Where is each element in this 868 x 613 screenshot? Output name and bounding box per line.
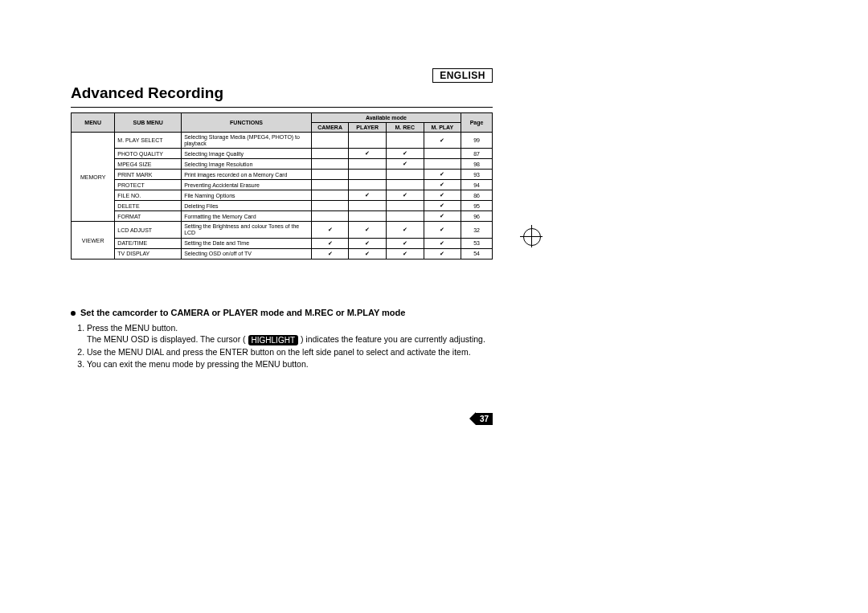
mode-mplay (424, 149, 461, 159)
sub-cell: LCD ADJUST (115, 222, 182, 238)
page-cell: 53 (461, 238, 493, 248)
menu-table: MENU SUB MENU FUNCTIONS Available mode P… (71, 112, 493, 260)
mode-camera: ✔ (311, 238, 349, 248)
th-sub-menu: SUB MENU (115, 113, 182, 133)
mode-camera (311, 133, 349, 149)
table-header-row-1: MENU SUB MENU FUNCTIONS Available mode P… (72, 113, 493, 123)
func-cell: File Naming Options (182, 190, 312, 201)
mode-mplay: ✔ (424, 222, 461, 238)
th-available-mode: Available mode (311, 113, 461, 123)
highlight-pill: HIGHLIGHT (248, 335, 298, 345)
bullet-icon (71, 311, 76, 316)
mode-player (349, 211, 387, 222)
mode-player (349, 170, 387, 180)
th-menu: MENU (72, 113, 115, 133)
func-cell: Selecting Image Resolution (182, 159, 312, 170)
mode-mplay: ✔ (424, 238, 461, 248)
mode-camera: ✔ (311, 222, 349, 238)
mode-player: ✔ (349, 238, 387, 248)
page-number-badge: 37 (469, 412, 493, 425)
page-number-triangle-icon (469, 412, 476, 425)
mode-mrec (386, 180, 424, 190)
table-row: TV DISPLAY Selecting OSD on/off of TV ✔ … (72, 248, 493, 259)
step-1-text: Press the MENU button. (87, 323, 178, 333)
sub-cell: M. PLAY SELECT (115, 133, 182, 149)
mode-mrec (386, 133, 424, 149)
page-cell: 94 (461, 180, 493, 190)
mode-mplay: ✔ (424, 133, 461, 149)
mode-camera (311, 170, 349, 180)
mode-mplay: ✔ (424, 180, 461, 190)
func-cell: Setting the Date and Time (182, 238, 312, 248)
mode-mplay: ✔ (424, 190, 461, 201)
sub-cell: TV DISPLAY (115, 248, 182, 259)
step-2: Use the MENU DIAL and press the ENTER bu… (87, 346, 493, 358)
mode-mrec (386, 170, 424, 180)
table-row: DELETE Deleting Files ✔ 95 (72, 201, 493, 211)
sub-cell: DELETE (115, 201, 182, 211)
register-mark-right (520, 225, 542, 247)
table-row: VIEWER LCD ADJUST Setting the Brightness… (72, 222, 493, 238)
language-label: ENGLISH (432, 68, 493, 83)
mode-camera: ✔ (311, 248, 349, 259)
step-1b-b: ) indicates the feature you are currentl… (298, 334, 485, 344)
sub-cell: PHOTO QUALITY (115, 149, 182, 159)
th-page: Page (461, 113, 493, 133)
mode-mrec: ✔ (386, 149, 424, 159)
mode-mplay: ✔ (424, 211, 461, 222)
th-mrec: M. REC (386, 123, 424, 133)
table-row: PHOTO QUALITY Selecting Image Quality ✔ … (72, 149, 493, 159)
mode-camera (311, 201, 349, 211)
page-cell: 93 (461, 170, 493, 180)
mode-mrec: ✔ (386, 190, 424, 201)
section-title: Advanced Recording (71, 84, 493, 102)
title-rule (71, 107, 493, 108)
page-cell: 32 (461, 222, 493, 238)
table-row: PROTECT Preventing Accidental Erasure ✔ … (72, 180, 493, 190)
mode-player (349, 180, 387, 190)
func-cell: Preventing Accidental Erasure (182, 180, 312, 190)
step-1: Press the MENU button. The MENU OSD is d… (87, 322, 493, 345)
func-cell: Formatting the Memory Card (182, 211, 312, 222)
page-cell: 87 (461, 149, 493, 159)
sub-cell: PRINT MARK (115, 170, 182, 180)
instruction-heading-row: Set the camcorder to CAMERA or PLAYER mo… (71, 308, 493, 317)
sub-cell: MPEG4 SIZE (115, 159, 182, 170)
sub-cell: DATE/TIME (115, 238, 182, 248)
table-row: FILE NO. File Naming Options ✔ ✔ ✔ 86 (72, 190, 493, 201)
mode-camera (311, 159, 349, 170)
mode-mplay: ✔ (424, 201, 461, 211)
page-cell: 98 (461, 159, 493, 170)
table-row: DATE/TIME Setting the Date and Time ✔ ✔ … (72, 238, 493, 248)
instruction-heading: Set the camcorder to CAMERA or PLAYER mo… (80, 308, 405, 317)
step-3: You can exit the menu mode by pressing t… (87, 358, 493, 370)
sub-cell: FILE NO. (115, 190, 182, 201)
mode-mrec: ✔ (386, 248, 424, 259)
mode-player: ✔ (349, 190, 387, 201)
page-cell: 95 (461, 201, 493, 211)
mode-player: ✔ (349, 248, 387, 259)
mode-camera (311, 211, 349, 222)
table-row: PRINT MARK Print images recorded on a Me… (72, 170, 493, 180)
func-cell: Selecting OSD on/off of TV (182, 248, 312, 259)
table-row: MPEG4 SIZE Selecting Image Resolution ✔ … (72, 159, 493, 170)
mode-player (349, 133, 387, 149)
mode-mrec (386, 201, 424, 211)
mode-mplay: ✔ (424, 170, 461, 180)
sub-cell: FORMAT (115, 211, 182, 222)
mode-camera (311, 190, 349, 201)
mode-mplay (424, 159, 461, 170)
mode-player (349, 201, 387, 211)
table-row: MEMORY M. PLAY SELECT Selecting Storage … (72, 133, 493, 149)
menu-cell-memory: MEMORY (72, 133, 115, 222)
menu-cell-viewer: VIEWER (72, 222, 115, 259)
mode-player (349, 159, 387, 170)
mode-player: ✔ (349, 222, 387, 238)
page-cell: 99 (461, 133, 493, 149)
func-cell: Setting the Brightness and colour Tones … (182, 222, 312, 238)
func-cell: Print images recorded on a Memory Card (182, 170, 312, 180)
mode-player: ✔ (349, 149, 387, 159)
func-cell: Selecting Storage Media (MPEG4, PHOTO) t… (182, 133, 312, 149)
steps-list: Press the MENU button. The MENU OSD is d… (71, 322, 493, 370)
page-cell: 86 (461, 190, 493, 201)
